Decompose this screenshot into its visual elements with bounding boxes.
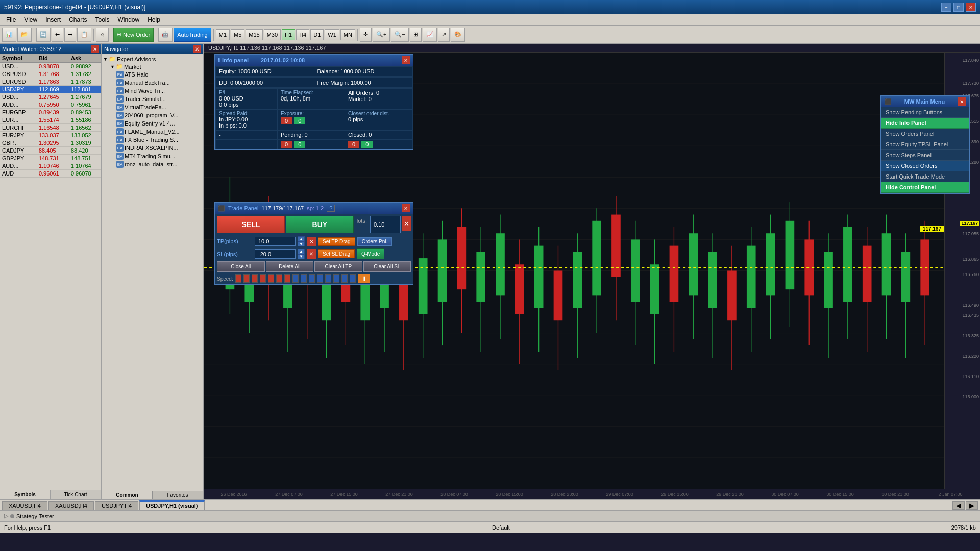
sl-input[interactable]: [255, 249, 296, 259]
menu-insert[interactable]: Insert: [41, 15, 65, 24]
nav-item-equity-sentry[interactable]: EA Equity Sentry v1.4...: [102, 119, 203, 128]
zoom-out-button[interactable]: 🔍−: [391, 28, 408, 42]
trade-panel-close-button[interactable]: ✕: [402, 204, 410, 212]
nav-item-virtual-trade[interactable]: EA VirtualTradePa...: [102, 103, 203, 111]
sell-button[interactable]: SELL: [217, 216, 285, 233]
nav-item-mt4-trading[interactable]: EA MT4 Trading Simu...: [102, 152, 203, 160]
speed-pause-button[interactable]: ⏸: [358, 274, 370, 283]
nav-item-fx-blue[interactable]: EA FX Blue - Trading S...: [102, 136, 203, 144]
chart-tab-xauusd-h4-2[interactable]: XAUUSD,H4: [48, 501, 94, 510]
buy-button[interactable]: BUY: [286, 216, 354, 233]
market-watch-row[interactable]: USDJPY 112.869 112.881: [0, 86, 101, 93]
nav-item-manual-backtr[interactable]: EA Manual BackTra...: [102, 79, 203, 87]
period-h1[interactable]: H1: [282, 29, 295, 40]
period-mn[interactable]: MN: [340, 29, 355, 40]
period-h4[interactable]: H4: [296, 29, 309, 40]
chart-tab-xauusd-h4-1[interactable]: XAUUSD,H4: [2, 501, 47, 510]
delete-all-button[interactable]: Delete All: [266, 261, 314, 272]
trade-panel-help[interactable]: ?: [327, 205, 335, 212]
period-m1[interactable]: M1: [216, 29, 230, 40]
menu-window[interactable]: Window: [114, 15, 144, 24]
nav-item-market[interactable]: ▼ 📁 Market: [102, 63, 203, 70]
close-button[interactable]: ✕: [966, 3, 976, 12]
chart-tab-usdjpy-h1-visual[interactable]: USDJPY,H1 (visual): [139, 500, 204, 510]
market-watch-row[interactable]: EURUSD 1.17863 1.17873: [0, 78, 101, 86]
market-watch-row[interactable]: GBP... 1.30295 1.30319: [0, 139, 101, 147]
trendline-button[interactable]: ↗: [438, 28, 450, 42]
market-watch-row[interactable]: EURJPY 133.037 133.052: [0, 132, 101, 139]
period-m15[interactable]: M15: [246, 29, 262, 40]
nav-item-mind-wave[interactable]: EA Mind Wave Tri...: [102, 87, 203, 95]
menu-help[interactable]: Help: [143, 15, 164, 24]
mw-tab-tick-chart[interactable]: Tick Chart: [51, 490, 101, 499]
clear-all-sl-button[interactable]: Clear All SL: [363, 261, 411, 272]
mw-menu-show-steps[interactable]: Show Steps Panel: [881, 150, 969, 161]
market-watch-row[interactable]: AUD... 1.10746 1.10764: [0, 162, 101, 170]
print-button[interactable]: 🖨: [96, 28, 109, 42]
market-watch-row[interactable]: USD... 0.98878 0.98892: [0, 63, 101, 70]
nav-item-ats-halo[interactable]: EA ATS Halo: [102, 70, 203, 79]
maximize-button[interactable]: □: [953, 3, 964, 12]
menu-file[interactable]: File: [2, 15, 20, 24]
zoom-in-button[interactable]: 🔍+: [373, 28, 390, 42]
mw-menu-quick-trade[interactable]: Start Quick Trade Mode: [881, 171, 969, 182]
nav-item-204060[interactable]: EA 204060_program_V...: [102, 111, 203, 119]
period-d1[interactable]: D1: [310, 29, 324, 40]
tp-increment-button[interactable]: ▲: [298, 236, 305, 241]
new-chart-button[interactable]: 📊: [2, 28, 16, 42]
indicators-button[interactable]: 📈: [423, 28, 437, 42]
nav-item-flame-manual[interactable]: EA FLAME_Manual_V2...: [102, 128, 203, 136]
minimize-button[interactable]: −: [941, 3, 951, 12]
menu-charts[interactable]: Charts: [65, 15, 91, 24]
color-button[interactable]: 🎨: [451, 28, 465, 42]
mw-menu-hide-info[interactable]: Hide Info Panel: [881, 118, 969, 129]
nav-item-indrafx[interactable]: EA INDRAFXSCALPIN...: [102, 144, 203, 152]
tp-decrement-button[interactable]: ▼: [298, 241, 305, 246]
market-watch-row[interactable]: USD... 1.27645 1.27679: [0, 93, 101, 101]
menu-tools[interactable]: Tools: [91, 15, 114, 24]
new-order-button[interactable]: ⊕ New Order: [113, 28, 154, 42]
mw-menu-show-orders[interactable]: Show Orders Panel: [881, 129, 969, 139]
chart-tab-usdjpy-h4[interactable]: USDJPY,H4: [95, 501, 138, 510]
strategy-tester-expand-icon[interactable]: ▷: [4, 513, 8, 519]
refresh-button[interactable]: 🔄: [36, 28, 51, 42]
navigator-close-button[interactable]: ✕: [193, 45, 201, 53]
market-watch-row[interactable]: AUD 0.96061 0.96078: [0, 170, 101, 178]
tp-clear-button[interactable]: ✕: [307, 237, 316, 246]
chart-scroll-left[interactable]: ◀: [952, 501, 965, 510]
market-watch-row[interactable]: EURCHF 1.16548 1.16562: [0, 124, 101, 132]
period-w1[interactable]: W1: [325, 29, 339, 40]
sl-clear-button[interactable]: ✕: [307, 249, 316, 259]
market-watch-row[interactable]: AUD... 0.75950 0.75961: [0, 101, 101, 109]
nav-item-expert-advisors[interactable]: ▼ 📁 Expert Advisors: [102, 55, 203, 63]
close-all-button[interactable]: Close All: [217, 261, 265, 272]
period-m5[interactable]: M5: [231, 29, 244, 40]
lots-clear-button[interactable]: ✕: [402, 216, 411, 231]
back-button[interactable]: ⬅: [52, 28, 63, 42]
autotrading-button[interactable]: AutoTrading: [174, 28, 211, 42]
nav-item-ronz[interactable]: EA ronz_auto_data_str...: [102, 160, 203, 168]
market-watch-row[interactable]: EUR... 1.55174 1.55186: [0, 116, 101, 124]
mw-tab-symbols[interactable]: Symbols: [0, 490, 51, 499]
market-watch-close-button[interactable]: ✕: [91, 45, 99, 53]
clear-all-tp-button[interactable]: Clear All TP: [314, 261, 362, 272]
nav-tab-common[interactable]: Common: [102, 491, 153, 499]
orders-pnl-button[interactable]: Orders Pnl.: [357, 237, 393, 246]
market-watch-row[interactable]: CADJPY 88.405 88.420: [0, 147, 101, 155]
chart-properties-button[interactable]: ⊞: [410, 28, 422, 42]
tp-input[interactable]: [255, 237, 296, 246]
sl-decrement-button[interactable]: ▼: [298, 254, 305, 259]
market-watch-row[interactable]: EURGBP 0.89439 0.89453: [0, 109, 101, 116]
set-tp-drag-button[interactable]: Set TP Drag: [318, 237, 355, 246]
crosshair-button[interactable]: ✛: [360, 28, 372, 42]
mw-menu-show-closed[interactable]: Show Closed Orders: [881, 161, 969, 171]
nav-item-trader-simulat[interactable]: EA Trader Simulat...: [102, 95, 203, 103]
chart-scroll-right[interactable]: ▶: [966, 501, 978, 510]
lots-input[interactable]: [370, 216, 401, 233]
autotrading-icon[interactable]: 🤖: [158, 28, 173, 42]
open-button[interactable]: 📂: [17, 28, 32, 42]
q-mode-button[interactable]: Q-Mode: [357, 248, 384, 259]
mw-menu-show-equity-tpsl[interactable]: Show Equity TPSL Panel: [881, 139, 969, 150]
history-button[interactable]: 📋: [77, 28, 91, 42]
period-m30[interactable]: M30: [264, 29, 281, 40]
